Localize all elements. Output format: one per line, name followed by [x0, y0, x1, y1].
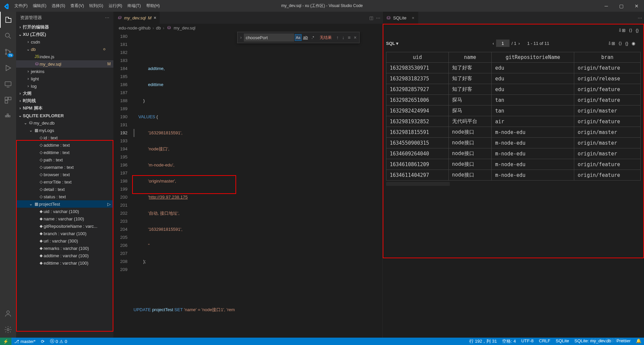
sqlite-panel: ⛁SQLite × ⋯ ⇩⊞ ⟨⟩ {} SQL ▾ ‹ / 1 › 1 - 1… — [382, 12, 644, 338]
svg-point-0 — [5, 33, 9, 37]
find-word-icon[interactable]: ab — [302, 34, 309, 41]
activity-bar: 79 — [0, 12, 16, 338]
code-editor[interactable]: 1801811821831841851861871881891901911921… — [113, 32, 382, 338]
modified-dot-icon — [103, 48, 105, 50]
svg-rect-9 — [7, 116, 8, 117]
line-gutter: 1801811821831841851861871881891901911921… — [113, 32, 133, 338]
more-icon[interactable]: ⋯ — [105, 15, 109, 20]
language-mode[interactable]: SQLite — [553, 338, 572, 343]
section-timeline[interactable]: ›时间线 — [16, 97, 113, 105]
folder-db[interactable]: ⌄db — [16, 46, 113, 53]
cursor-indicator — [133, 129, 135, 137]
watermark: CSDN @徐同保 — [590, 338, 624, 344]
section-outline[interactable]: ›大纲 — [16, 90, 113, 97]
section-sqlite-explorer[interactable]: ⌄SQLITE EXPLORER — [16, 112, 113, 119]
remote-indicator[interactable]: ⚡ — [0, 338, 11, 345]
section-npm[interactable]: ›NPM 脚本 — [16, 105, 113, 112]
explorer-icon[interactable] — [0, 12, 16, 28]
find-widget: › Aa ab .* 无结果 ↑ ↓ ≡ × — [237, 32, 360, 43]
titlebar: 文件(F)编辑(E)选择(S)查看(V)转到(G)运行(R)终端(T)帮助(H)… — [0, 0, 644, 12]
statusbar: ⚡ ⎇ master* ⟳ ⓧ 0 ⚠ 0 行 192，列 31 空格: 4 U… — [0, 338, 644, 345]
svg-point-12 — [7, 311, 9, 314]
menu-item[interactable]: 选择(S) — [49, 0, 68, 12]
scm-badge: 79 — [7, 53, 13, 57]
breadcrumb[interactable]: edu-node-github› db› ⛁my_dev.sql — [113, 24, 382, 32]
maximize-button[interactable]: ▢ — [614, 0, 629, 12]
svg-rect-8 — [5, 116, 7, 117]
find-expand-icon[interactable]: › — [239, 33, 243, 42]
notifications-icon[interactable]: 🔔 — [633, 338, 644, 343]
svg-rect-5 — [5, 97, 8, 100]
find-next-icon[interactable]: ↓ — [341, 33, 346, 42]
section-open-editors[interactable]: ›打开的编辑器 — [16, 23, 113, 31]
run-debug-icon[interactable] — [0, 60, 16, 76]
tab-mydev[interactable]: ⛁ my_dev.sql M × — [113, 12, 160, 24]
settings-gear-icon[interactable] — [0, 322, 16, 338]
editor-group: ⛁ my_dev.sql M × ◫ ⋯ edu-node-github› db… — [113, 12, 382, 338]
remote-explorer-icon[interactable] — [0, 76, 16, 92]
tab-close-icon[interactable]: × — [154, 15, 156, 20]
source-control-icon[interactable]: 79 — [0, 44, 16, 60]
menu-item[interactable]: 终端(T) — [125, 0, 143, 12]
sqlite-tab[interactable]: ⛁SQLite × — [383, 12, 418, 24]
sqlite-db[interactable]: ⌄⛁my_dev.db — [16, 119, 113, 127]
svg-point-13 — [7, 329, 9, 331]
docker-icon[interactable] — [0, 108, 16, 124]
minimap[interactable] — [369, 32, 382, 338]
folder-log[interactable]: ›log — [16, 82, 113, 90]
menu-item[interactable]: 帮助(H) — [144, 0, 163, 12]
svg-rect-6 — [8, 97, 11, 100]
file-mydev-sql[interactable]: ⛁my_dev.sqlM — [16, 60, 113, 68]
encoding[interactable]: UTF-8 — [519, 338, 536, 343]
sidebar-title: 资源管理器 ⋯ — [16, 12, 113, 23]
git-branch[interactable]: ⎇ master* — [11, 338, 38, 345]
folder-csdn[interactable]: ›csdn — [16, 38, 113, 46]
svg-point-2 — [5, 53, 7, 55]
menubar: 文件(F)编辑(E)选择(S)查看(V)转到(G)运行(R)终端(T)帮助(H) — [12, 0, 162, 12]
svg-rect-11 — [7, 114, 8, 115]
search-icon[interactable] — [0, 28, 16, 44]
svg-rect-4 — [5, 82, 11, 86]
sidebar: 资源管理器 ⋯ ›打开的编辑器 ⌄XU (工作区) ›csdn ⌄db JSin… — [16, 12, 113, 338]
svg-rect-7 — [5, 100, 8, 103]
vscode-logo-icon — [0, 0, 12, 12]
minimize-button[interactable]: ─ — [599, 0, 614, 12]
indentation[interactable]: 空格: 4 — [499, 338, 518, 344]
menu-item[interactable]: 运行(R) — [106, 0, 125, 12]
extensions-icon[interactable] — [0, 92, 16, 108]
annotation-box — [132, 175, 236, 194]
menu-item[interactable]: 文件(F) — [12, 0, 30, 12]
sync-icon[interactable]: ⟳ — [38, 338, 47, 345]
more-icon[interactable]: ⋯ — [638, 15, 642, 20]
find-prev-icon[interactable]: ↑ — [335, 33, 340, 42]
split-editor-icon[interactable]: ◫ — [369, 15, 373, 20]
find-selection-icon[interactable]: ≡ — [346, 33, 352, 42]
menu-item[interactable]: 转到(G) — [87, 0, 106, 12]
find-case-icon[interactable]: Aa — [295, 34, 302, 41]
file-indexjs[interactable]: JSindex.js — [16, 53, 113, 60]
find-regex-icon[interactable]: .* — [310, 34, 316, 41]
folder-light[interactable]: ›light — [16, 75, 113, 82]
modified-badge: M — [107, 62, 111, 66]
annotation-box — [16, 140, 113, 332]
find-input[interactable] — [244, 33, 294, 42]
eol[interactable]: CRLF — [536, 338, 553, 343]
find-close-icon[interactable]: × — [353, 33, 358, 42]
svg-point-1 — [5, 49, 7, 51]
accounts-icon[interactable] — [0, 305, 16, 322]
editor-tabs: ⛁ my_dev.sql M × ◫ ⋯ — [113, 12, 382, 24]
sqlite-table-mylogs[interactable]: ⌄▦myLogs — [16, 127, 113, 134]
folder-jenkins[interactable]: ›jenkins — [16, 68, 113, 75]
problems[interactable]: ⓧ 0 ⚠ 0 — [47, 338, 70, 345]
cursor-position[interactable]: 行 192，列 31 — [467, 338, 499, 344]
window-controls: ─ ▢ ✕ — [599, 0, 644, 12]
menu-item[interactable]: 编辑(E) — [30, 0, 49, 12]
svg-rect-10 — [9, 116, 10, 117]
close-icon[interactable]: × — [412, 15, 415, 20]
annotation-box — [383, 24, 644, 258]
section-workspace[interactable]: ⌄XU (工作区) — [16, 31, 113, 38]
find-result: 无结果 — [317, 33, 334, 42]
more-actions-icon[interactable]: ⋯ — [376, 15, 380, 20]
menu-item[interactable]: 查看(V) — [68, 0, 87, 12]
close-button[interactable]: ✕ — [629, 0, 644, 12]
